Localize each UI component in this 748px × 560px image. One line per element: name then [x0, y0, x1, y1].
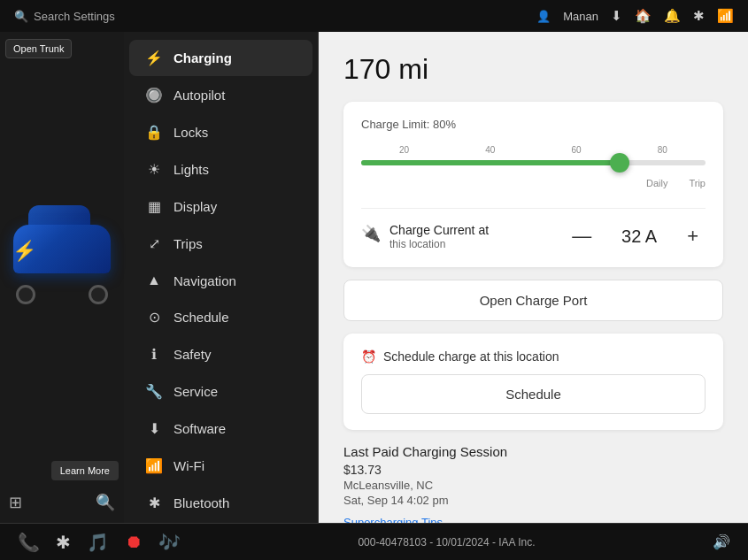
sidebar-item-schedule[interactable]: ⊙Schedule: [129, 299, 312, 335]
autopilot-icon: 🔘: [145, 87, 163, 104]
autopilot-label: Autopilot: [174, 88, 225, 103]
charge-current-row: 🔌 Charge Current at this location — 32 A…: [361, 208, 706, 251]
bluetooth-icon: ✱: [145, 495, 163, 511]
wifi-icon: 📶: [145, 457, 163, 474]
wifi-label: Wi-Fi: [174, 458, 204, 473]
car-wheel-front: [89, 285, 108, 304]
navigation-label: Navigation: [174, 273, 236, 288]
display-icon: ▦: [145, 198, 163, 215]
schedule-label: Schedule: [174, 310, 229, 325]
charge-limit-card: Charge Limit: 80% 20 40 60 80: [343, 102, 723, 267]
taskbar-app-icon[interactable]: 🎶: [158, 532, 181, 553]
service-label: Service: [174, 384, 218, 399]
sidebar-item-display[interactable]: ▦Display: [129, 188, 312, 225]
software-label: Software: [174, 421, 226, 436]
left-panel: Open Trunk ⚡ Learn More ⊞ 🔍: [0, 32, 124, 523]
download-icon[interactable]: ⬇: [611, 8, 622, 24]
display-label: Display: [174, 199, 217, 214]
charge-current-value: 32 A: [613, 226, 666, 247]
lights-icon: ☀: [145, 161, 163, 178]
bottom-icons: ⊞ 🔍: [5, 489, 119, 516]
search-label: Search Settings: [34, 10, 115, 23]
bluetooth-label: Bluetooth: [174, 495, 229, 510]
trip-label: Trip: [689, 178, 706, 188]
charging-icon: ⚡: [145, 50, 163, 66]
charge-current-sublabel: this location: [389, 238, 489, 250]
page-title: 170 mi: [343, 53, 723, 86]
slider-fill: [361, 160, 620, 165]
top-bar-right: 👤 Manan ⬇ 🏠 🔔 ✱ 📶: [536, 8, 734, 24]
search-icon: 🔍: [14, 10, 28, 23]
slider-ticks: 20 40 60 80: [361, 145, 706, 155]
schedule-icon: ⏰: [361, 349, 376, 364]
sidebar-item-wifi[interactable]: 📶Wi-Fi: [129, 448, 312, 484]
charge-increase-button[interactable]: +: [680, 221, 706, 251]
search-bottom-icon[interactable]: 🔍: [96, 493, 115, 512]
navigation-icon: ▲: [145, 272, 163, 288]
grid-icon[interactable]: ⊞: [9, 493, 22, 512]
sidebar-item-safety[interactable]: ℹSafety: [129, 336, 312, 372]
charge-slider[interactable]: 20 40 60 80 Daily Trip: [361, 142, 706, 196]
sidebar-item-autopilot[interactable]: 🔘Autopilot: [129, 77, 312, 113]
slider-labels: Daily Trip: [361, 178, 706, 188]
taskbar: 📞 ✱ 🎵 ⏺ 🎶 000-40478103 - 10/01/2024 - IA…: [0, 523, 748, 560]
daily-label: Daily: [646, 178, 667, 188]
sidebar-item-trips[interactable]: ⤢Trips: [129, 226, 312, 262]
locks-label: Locks: [174, 125, 208, 140]
sidebar-item-service[interactable]: 🔧Service: [129, 373, 312, 410]
charge-limit-label: Charge Limit: 80%: [361, 118, 706, 131]
taskbar-record-icon[interactable]: ⏺: [125, 532, 143, 552]
charge-text: Charge Current at this location: [389, 222, 489, 250]
open-trunk-button[interactable]: Open Trunk: [5, 39, 72, 58]
sidebar-item-charging[interactable]: ⚡Charging: [129, 40, 312, 76]
home-icon[interactable]: 🏠: [635, 8, 652, 24]
open-charge-port-button[interactable]: Open Charge Port: [343, 280, 723, 321]
last-session-title: Last Paid Charging Session: [343, 444, 723, 459]
taskbar-bluetooth-icon[interactable]: ✱: [56, 532, 71, 553]
car-image-area: ⚡: [5, 58, 119, 461]
sidebar-item-bluetooth[interactable]: ✱Bluetooth: [129, 485, 312, 521]
sidebar-item-software[interactable]: ⬇Software: [129, 410, 312, 447]
charging-bolt-icon: ⚡: [12, 240, 36, 263]
last-session-amount: $13.73: [343, 463, 723, 477]
supercharging-tips-link[interactable]: Supercharging Tips: [343, 516, 443, 523]
locks-icon: 🔒: [145, 124, 163, 141]
charge-decrease-button[interactable]: —: [565, 221, 598, 251]
plug-icon: 🔌: [361, 224, 381, 243]
lights-label: Lights: [174, 162, 209, 177]
phone-icon[interactable]: 📞: [18, 532, 40, 553]
slider-track: [361, 160, 706, 165]
sidebar-item-lights[interactable]: ☀Lights: [129, 151, 312, 188]
last-session-section: Last Paid Charging Session $13.73 McLean…: [343, 444, 723, 523]
sidebar: ⚡Charging🔘Autopilot🔒Locks☀Lights▦Display…: [124, 32, 319, 523]
charge-label-group: 🔌 Charge Current at this location: [361, 222, 489, 250]
bluetooth-icon[interactable]: ✱: [693, 8, 705, 24]
user-icon: 👤: [536, 10, 551, 23]
slider-thumb[interactable]: [610, 153, 629, 173]
volume-icon[interactable]: 🔊: [713, 533, 730, 550]
last-session-date: Sat, Sep 14 4:02 pm: [343, 494, 723, 507]
trips-icon: ⤢: [145, 235, 163, 252]
service-icon: 🔧: [145, 383, 163, 400]
search-area[interactable]: 🔍 Search Settings: [14, 10, 115, 23]
schedule-charge-label: Schedule charge at this location: [383, 349, 559, 364]
safety-label: Safety: [174, 347, 212, 362]
signal-icon[interactable]: 📶: [717, 8, 734, 24]
learn-more-button[interactable]: Learn More: [51, 461, 119, 480]
charge-value-group: — 32 A +: [565, 221, 706, 251]
car-wheel-rear: [16, 285, 35, 304]
schedule-card: ⏰ Schedule charge at this location Sched…: [343, 334, 723, 430]
trips-label: Trips: [174, 236, 203, 251]
main-layout: Open Trunk ⚡ Learn More ⊞ 🔍 ⚡Charging🔘Au…: [0, 32, 748, 523]
bell-icon[interactable]: 🔔: [664, 8, 681, 24]
charge-current-label: Charge Current at: [389, 222, 489, 238]
last-session-location: McLeansville, NC: [343, 479, 723, 492]
schedule-icon: ⊙: [145, 309, 163, 326]
sidebar-item-locks[interactable]: 🔒Locks: [129, 114, 312, 150]
taskbar-media-icon[interactable]: 🎵: [87, 532, 109, 553]
sidebar-item-navigation[interactable]: ▲Navigation: [129, 263, 312, 298]
schedule-button[interactable]: Schedule: [361, 374, 706, 414]
software-icon: ⬇: [145, 420, 163, 437]
content-area: 170 mi Charge Limit: 80% 20 40 60 80: [319, 32, 748, 523]
charging-label: Charging: [174, 50, 232, 65]
